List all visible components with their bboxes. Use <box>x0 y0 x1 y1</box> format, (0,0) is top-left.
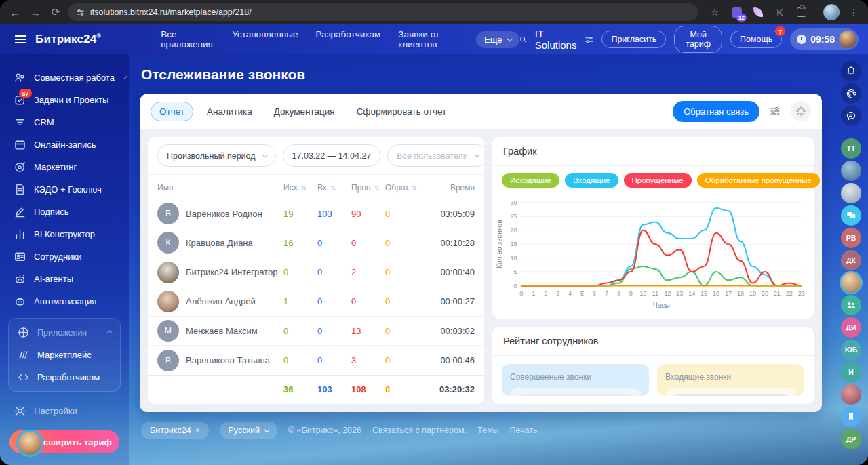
svg-text:5: 5 <box>580 290 584 297</box>
bookmark-icon[interactable] <box>841 407 861 427</box>
svg-text:18: 18 <box>737 290 744 297</box>
extensions-puzzle-icon[interactable] <box>794 5 809 20</box>
sidebar-item-kedo[interactable]: КЭДО + Госключ <box>7 178 122 201</box>
top-nav: Битрикс24® Все приложения Установленные … <box>0 24 868 54</box>
sidebar-item-online-booking[interactable]: Онлайн-запись <box>7 134 122 156</box>
feedback-button[interactable]: Обратная связь <box>673 101 760 122</box>
tab-generate-report[interactable]: Сформировать отчет <box>349 102 455 121</box>
themes-link[interactable]: Темы <box>477 426 498 435</box>
bar-chart-icon <box>14 228 26 241</box>
sidebar-item-marketing[interactable]: Маркетинг <box>7 156 122 178</box>
avatar[interactable]: ЮБ <box>841 340 861 360</box>
back-button[interactable]: ← <box>7 4 23 20</box>
k-extension-icon[interactable]: K <box>772 5 787 20</box>
col-outgoing[interactable]: Исх.⇅ <box>283 183 317 193</box>
copilot-icon[interactable] <box>841 83 861 104</box>
avatar-photo[interactable] <box>841 183 861 203</box>
period-select[interactable]: Произвольный период <box>157 144 276 167</box>
date-range-input[interactable]: 17.03.22 — 14.04.27 <box>283 144 381 167</box>
ai-robot-icon <box>14 272 26 285</box>
sidebar-item-crm[interactable]: CRM <box>7 111 122 134</box>
legend-missed[interactable]: Пропущенные <box>624 173 692 188</box>
help-badge: 7 <box>775 26 785 36</box>
svg-text:Кол-во звонков: Кол-во звонков <box>496 220 503 268</box>
chart-title: График <box>492 137 814 166</box>
avatar[interactable]: РВ <box>841 228 861 248</box>
tab-analytics[interactable]: Аналитика <box>199 102 260 121</box>
hamburger-menu-icon[interactable] <box>15 35 26 43</box>
avatar[interactable]: ТТ <box>841 138 861 159</box>
sidebar-item-ai-agents[interactable]: AI-агенты <box>7 268 122 290</box>
sidebar-item-developers[interactable]: Разработчикам <box>10 366 119 388</box>
legend-outgoing[interactable]: Исходящие <box>502 173 559 188</box>
help-button[interactable]: Помощь7 <box>730 31 782 48</box>
avatar-photo[interactable] <box>841 272 861 293</box>
col-missed[interactable]: Проп.⇅ <box>351 183 385 193</box>
browser-menu-icon[interactable]: ⋮ <box>846 5 861 20</box>
extension-badge-icon[interactable]: 12 <box>729 5 744 20</box>
print-link[interactable]: Печать <box>510 426 538 435</box>
chats-icon[interactable] <box>841 205 861 226</box>
feather-extension-icon[interactable] <box>751 5 766 20</box>
avatar[interactable]: ДК <box>841 250 861 270</box>
bell-icon[interactable] <box>841 61 861 81</box>
svg-text:10: 10 <box>639 290 646 297</box>
bitrix-logo[interactable]: Битрикс24® <box>35 33 101 46</box>
sidebar-item-bi[interactable]: BI Конструктор <box>7 223 122 245</box>
timer-avatar <box>839 31 856 48</box>
forward-button[interactable]: → <box>27 4 43 20</box>
messenger-icon[interactable] <box>841 106 861 126</box>
col-name: Имя <box>157 183 283 193</box>
svg-text:15: 15 <box>701 290 707 297</box>
sidebar-item-marketplace[interactable]: Маркетплейс <box>10 344 119 366</box>
nav-all-apps[interactable]: Все приложения <box>161 29 214 49</box>
nav-client-requests[interactable]: Заявки от клиентов <box>398 29 461 49</box>
tariff-button[interactable]: Мой тариф <box>674 26 722 53</box>
url-bar[interactable]: itsolutions.bitrix24.ru/marketplace/app/… <box>68 3 698 21</box>
language-select[interactable]: Русский <box>220 422 277 439</box>
rating-card-incoming: Входящие звонки ВР Вареников 103 <box>657 364 804 396</box>
partner-link[interactable]: Связаться с партнером. <box>372 426 467 435</box>
portal-name[interactable]: IT Solutions <box>535 28 594 51</box>
rating-title: Рейтинг сотрудников <box>492 327 814 356</box>
portal-settings-icon[interactable] <box>585 35 593 44</box>
sidebar-group-apps[interactable]: Приложения <box>10 321 119 344</box>
site-settings-icon <box>76 8 85 17</box>
reload-button[interactable]: ⟳ <box>47 4 64 20</box>
work-timer[interactable]: 09:58 <box>790 28 859 50</box>
gear-icon <box>14 405 26 418</box>
nav-developers[interactable]: Разработчикам <box>316 29 381 49</box>
sidebar-item-sign[interactable]: Подпись <box>7 201 122 223</box>
svg-text:6: 6 <box>593 290 596 297</box>
sidebar-item-collaboration[interactable]: Совместная работа <box>7 66 122 89</box>
nav-installed[interactable]: Установленные <box>232 29 298 49</box>
sidebar-item-automation[interactable]: Автоматизация <box>7 290 122 312</box>
chart-legend: Исходящие Входящие Пропущенные Обработан… <box>492 166 814 190</box>
tab-report[interactable]: Отчет <box>151 102 193 121</box>
sidebar-item-employees[interactable]: Сотрудники <box>7 245 122 268</box>
tab-docs[interactable]: Документация <box>266 102 343 121</box>
browser-profile-avatar[interactable] <box>823 4 840 20</box>
avatar-photo <box>157 262 179 283</box>
group-icon[interactable] <box>841 295 861 315</box>
avatar-photo[interactable] <box>841 384 861 405</box>
sidebar-user-avatar[interactable] <box>16 430 43 457</box>
loader-icon[interactable] <box>791 101 811 121</box>
bookmark-star-icon[interactable]: ☆ <box>707 5 722 20</box>
sidebar-item-tasks[interactable]: 87 Задачи и Проекты <box>7 89 122 111</box>
filter-sliders-icon[interactable] <box>765 101 785 121</box>
invite-button[interactable]: Пригласить <box>601 31 666 48</box>
col-callback[interactable]: Обрат.⇅ <box>385 183 419 193</box>
legend-handled-missed[interactable]: Обработанные пропущенные <box>697 173 820 188</box>
sidebar-item-settings[interactable]: Настройки <box>7 400 122 422</box>
avatar-photo[interactable] <box>841 161 861 181</box>
avatar[interactable]: И <box>841 362 861 382</box>
avatar[interactable]: ДР <box>841 429 861 449</box>
col-incoming[interactable]: Вх.⇅ <box>317 183 351 193</box>
legend-incoming[interactable]: Входящие <box>565 173 618 188</box>
users-select[interactable]: Все пользователи <box>387 144 484 167</box>
more-dropdown[interactable]: Еще <box>476 31 519 48</box>
footer-brand-button[interactable]: Битрикс24® <box>141 422 209 439</box>
search-icon[interactable] <box>519 34 527 45</box>
avatar[interactable]: ДИ <box>841 317 861 338</box>
